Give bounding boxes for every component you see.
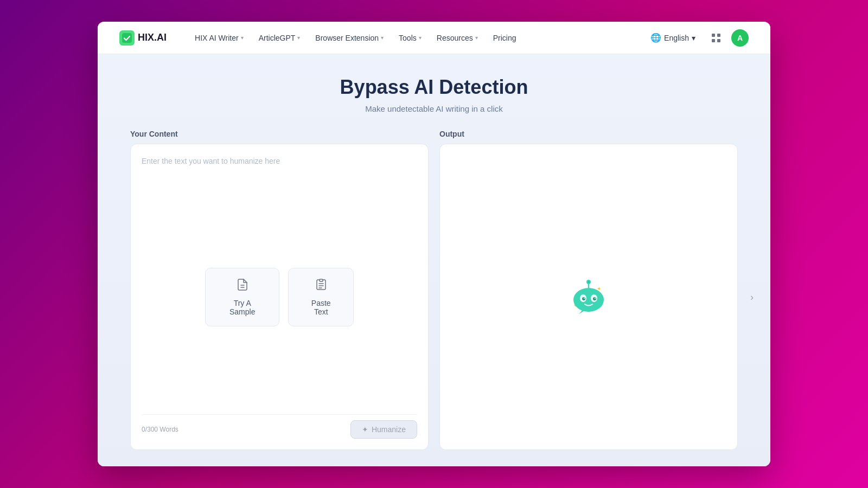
- globe-icon: 🌐: [650, 33, 661, 43]
- svg-point-13: [582, 297, 585, 300]
- svg-rect-4: [717, 39, 720, 42]
- svg-point-15: [584, 298, 585, 299]
- scroll-arrow-icon: ›: [750, 291, 754, 303]
- nav-item-resources[interactable]: Resources ▾: [430, 30, 484, 46]
- nav-label-browser-extension: Browser Extension: [315, 34, 379, 42]
- paste-text-label: Paste Text: [304, 299, 338, 316]
- input-panel-label: Your Content: [130, 130, 429, 138]
- svg-rect-0: [122, 33, 132, 43]
- output-panel: Output ✦ ✦: [439, 130, 738, 450]
- chevron-icon-browser-extension: ▾: [381, 35, 384, 41]
- editor-container: Your Content: [130, 130, 738, 450]
- nav-label-hix-writer: HIX AI Writer: [195, 34, 239, 42]
- robot-svg: ✦ ✦: [567, 275, 610, 319]
- browser-window: HIX.AI HIX AI Writer ▾ ArticleGPT ▾ Brow…: [98, 22, 770, 466]
- nav-item-article-gpt[interactable]: ArticleGPT ▾: [252, 30, 307, 46]
- robot-mascot: ✦ ✦: [567, 275, 610, 319]
- main-content: Bypass AI Detection Make undetectable AI…: [98, 54, 770, 466]
- svg-rect-7: [320, 279, 323, 281]
- nav-label-pricing: Pricing: [493, 34, 516, 42]
- grid-apps-icon[interactable]: [707, 29, 725, 47]
- input-panel: Your Content: [130, 130, 429, 450]
- page-subtitle: Make undetectable AI writing in a click: [340, 104, 528, 113]
- input-text-area-wrapper: Try A Sample Paste Text: [130, 144, 429, 450]
- nav-label-article-gpt: ArticleGPT: [259, 34, 296, 42]
- chevron-icon-tools: ▾: [419, 35, 422, 41]
- language-chevron: ▾: [692, 34, 695, 42]
- svg-point-10: [573, 288, 604, 312]
- nav-item-hix-writer[interactable]: HIX AI Writer ▾: [188, 30, 250, 46]
- svg-rect-2: [717, 34, 720, 37]
- nav-label-tools: Tools: [399, 34, 417, 42]
- svg-rect-1: [712, 34, 715, 37]
- page-header: Bypass AI Detection Make undetectable AI…: [340, 76, 528, 113]
- chevron-icon-resources: ▾: [475, 35, 478, 41]
- svg-point-14: [593, 297, 596, 300]
- output-panel-inner: ✦ ✦: [439, 144, 738, 450]
- user-avatar[interactable]: A: [731, 29, 749, 47]
- navbar: HIX.AI HIX AI Writer ▾ ArticleGPT ▾ Brow…: [98, 22, 770, 54]
- chevron-icon-hix-writer: ▾: [241, 35, 244, 41]
- paste-text-button[interactable]: Paste Text: [288, 268, 354, 326]
- nav-item-tools[interactable]: Tools ▾: [392, 30, 428, 46]
- chevron-icon-article-gpt: ▾: [297, 35, 300, 41]
- nav-item-pricing[interactable]: Pricing: [487, 30, 523, 46]
- nav-right: 🌐 English ▾ A: [645, 29, 749, 47]
- action-buttons-center: Try A Sample Paste Text: [205, 268, 354, 326]
- humanize-label: Humanize: [372, 425, 406, 434]
- avatar-letter: A: [737, 34, 743, 42]
- svg-point-19: [588, 281, 590, 283]
- language-selector[interactable]: 🌐 English ▾: [645, 30, 701, 46]
- logo-icon: [119, 30, 135, 46]
- sparkle-icon: ✦: [362, 425, 368, 434]
- output-panel-label: Output: [439, 130, 738, 138]
- nav-label-resources: Resources: [437, 34, 473, 42]
- try-sample-label: Try A Sample: [221, 299, 264, 316]
- try-sample-button[interactable]: Try A Sample: [205, 268, 279, 326]
- word-count: 0/300 Words: [142, 426, 178, 433]
- nav-links: HIX AI Writer ▾ ArticleGPT ▾ Browser Ext…: [188, 30, 645, 46]
- svg-rect-3: [712, 39, 715, 42]
- logo-text: HIX.AI: [138, 32, 167, 43]
- textarea-footer: 0/300 Words ✦ Humanize: [142, 414, 417, 439]
- logo[interactable]: HIX.AI: [119, 30, 167, 46]
- clipboard-icon: [315, 278, 328, 294]
- document-icon: [236, 278, 249, 294]
- language-label: English: [664, 34, 689, 42]
- page-title: Bypass AI Detection: [340, 76, 528, 99]
- humanize-button[interactable]: ✦ Humanize: [350, 420, 417, 439]
- nav-item-browser-extension[interactable]: Browser Extension ▾: [309, 30, 390, 46]
- svg-point-16: [595, 298, 596, 299]
